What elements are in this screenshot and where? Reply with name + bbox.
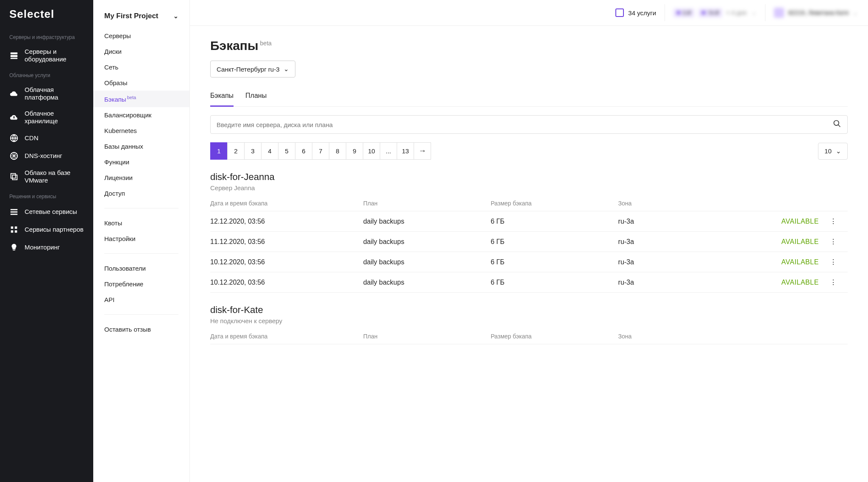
- project-nav-item[interactable]: Лицензии: [93, 170, 189, 186]
- sidebar-item[interactable]: CDN: [0, 129, 93, 147]
- cell-plan: daily backups: [363, 252, 491, 272]
- user-menu[interactable]: 82219, Левитана Катя ⌄: [774, 8, 858, 18]
- project-nav-item[interactable]: Квоты: [93, 215, 189, 231]
- project-nav-item[interactable]: Пользователи: [93, 260, 189, 276]
- cell-date: 10.12.2020, 03:56: [210, 252, 363, 272]
- page-button[interactable]: 6: [295, 142, 312, 160]
- svg-rect-0: [11, 53, 18, 55]
- page-button[interactable]: 5: [278, 142, 295, 160]
- table-row: 10.12.2020, 03:56daily backups6 ГБru-3aA…: [210, 272, 848, 293]
- services-count-label: 34 услуги: [628, 9, 656, 17]
- project-name: My First Project: [104, 12, 159, 20]
- page-button[interactable]: 9: [346, 142, 363, 160]
- beta-badge: beta: [127, 95, 136, 100]
- tab[interactable]: Планы: [245, 88, 267, 107]
- svg-rect-2: [11, 58, 18, 59]
- bars-icon: [9, 207, 19, 216]
- sidebar-item[interactable]: Облачная платформа: [0, 82, 93, 105]
- sidebar-item[interactable]: Сервисы партнеров: [0, 221, 93, 238]
- row-menu-button[interactable]: ⋮: [822, 232, 848, 252]
- per-page-select[interactable]: 10 ⌄: [818, 143, 848, 160]
- sidebar-item-label: Облачное хранилище: [25, 110, 84, 125]
- page-button[interactable]: ...: [380, 142, 397, 160]
- sidebar-item-label: Сетевые сервисы: [25, 208, 77, 216]
- sidebar-item-label: DNS-хостинг: [25, 152, 62, 160]
- project-nav-item[interactable]: Оставить отзыв: [93, 321, 189, 337]
- project-nav-item[interactable]: Образы: [93, 75, 189, 91]
- balance-block[interactable]: 5 ₽ 74 ₽ < 4 дня ⌄: [673, 8, 757, 17]
- sidebar-item[interactable]: Серверы и оборудование: [0, 44, 93, 67]
- svg-rect-10: [11, 227, 14, 229]
- backup-table: Дата и время бэкапаПланРазмер бэкапаЗона: [210, 329, 848, 344]
- row-menu-button[interactable]: ⋮: [822, 252, 848, 272]
- page-button[interactable]: 13: [397, 142, 414, 160]
- chevron-down-icon: ⌄: [284, 65, 289, 73]
- bulb-icon: [9, 243, 19, 252]
- project-nav-item[interactable]: Бэкапыbeta: [93, 91, 189, 107]
- per-page-label: 10: [824, 147, 832, 155]
- project-nav-item[interactable]: Потребление: [93, 276, 189, 292]
- project-nav-item[interactable]: API: [93, 292, 189, 307]
- project-nav-item[interactable]: Kubernetes: [93, 123, 189, 139]
- sidebar-item-label: Мониторинг: [25, 244, 60, 251]
- page-button[interactable]: 7: [312, 142, 329, 160]
- row-menu-button[interactable]: ⋮: [822, 211, 848, 232]
- project-nav-item[interactable]: Диски: [93, 44, 189, 59]
- avatar: [774, 8, 784, 18]
- tab[interactable]: Бэкапы: [210, 88, 234, 107]
- svg-rect-11: [15, 227, 17, 229]
- sidebar-item[interactable]: Облако на базе VMware: [0, 165, 93, 188]
- divider: [104, 253, 178, 254]
- project-nav-item[interactable]: Функции: [93, 154, 189, 170]
- search-bar: [210, 115, 848, 134]
- content: Бэкапыbeta Санкт-Петербург ru-3 ⌄ Бэкапы…: [190, 26, 868, 482]
- cell-date: 11.12.2020, 03:56: [210, 232, 363, 252]
- cell-size: 6 ГБ: [491, 252, 618, 272]
- project-nav-item[interactable]: Сеть: [93, 59, 189, 75]
- sidebar-item-label: Облачная платформа: [25, 86, 84, 101]
- cell-zone: ru-3a: [618, 272, 708, 293]
- sidebar-item[interactable]: Сетевые сервисы: [0, 203, 93, 221]
- cloud-up-icon: [9, 113, 19, 122]
- table-row: 10.12.2020, 03:56daily backups6 ГБru-3aA…: [210, 252, 848, 272]
- search-icon[interactable]: [833, 119, 841, 130]
- project-nav-item[interactable]: Серверы: [93, 28, 189, 44]
- project-nav-item[interactable]: Балансировщик: [93, 107, 189, 123]
- sidebar-item[interactable]: Облачное хранилище: [0, 105, 93, 129]
- cell-size: 6 ГБ: [491, 272, 618, 293]
- svg-rect-12: [11, 230, 14, 233]
- stack-icon: [9, 172, 19, 181]
- status-badge: AVAILABLE: [707, 252, 822, 272]
- row-menu-button[interactable]: ⋮: [822, 272, 848, 293]
- page-button[interactable]: 1: [210, 142, 228, 160]
- column-header: Зона: [618, 329, 708, 344]
- page-button[interactable]: 3: [244, 142, 262, 160]
- project-nav-item[interactable]: Доступ: [93, 186, 189, 201]
- sidebar-item[interactable]: DNS-хостинг: [0, 147, 93, 165]
- page-button[interactable]: 2: [227, 142, 245, 160]
- svg-rect-1: [11, 55, 18, 57]
- column-header: Размер бэкапа: [491, 329, 618, 344]
- group-subtitle: Сервер Jeanna: [210, 184, 848, 191]
- project-selector[interactable]: My First Project ⌄: [93, 0, 189, 28]
- topbar: 34 услуги 5 ₽ 74 ₽ < 4 дня ⌄ 82219, Леви…: [190, 0, 868, 26]
- table-row: 11.12.2020, 03:56daily backups6 ГБru-3aA…: [210, 232, 848, 252]
- chevron-down-icon: ⌄: [853, 9, 858, 16]
- column-header: План: [363, 196, 491, 211]
- search-input[interactable]: [217, 121, 833, 128]
- chevron-down-icon: ⌄: [836, 147, 841, 155]
- sidebar-item[interactable]: Мониторинг: [0, 238, 93, 256]
- next-page-button[interactable]: →: [414, 142, 431, 160]
- cell-zone: ru-3a: [618, 232, 708, 252]
- page-button[interactable]: 10: [363, 142, 380, 160]
- page-button[interactable]: 4: [261, 142, 278, 160]
- svg-rect-14: [13, 250, 15, 251]
- services-count[interactable]: 34 услуги: [615, 8, 656, 17]
- servers-icon: [9, 51, 19, 60]
- user-label: 82219, Левитана Катя: [788, 9, 849, 16]
- region-select[interactable]: Санкт-Петербург ru-3 ⌄: [210, 61, 295, 78]
- page-button[interactable]: 8: [329, 142, 346, 160]
- project-nav-item[interactable]: Настройки: [93, 231, 189, 247]
- project-nav-item[interactable]: Базы данных: [93, 139, 189, 154]
- globe-icon: [9, 133, 19, 143]
